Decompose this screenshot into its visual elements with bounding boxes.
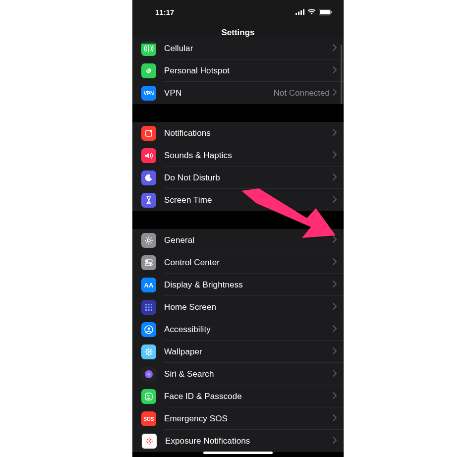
svg-point-56 (149, 438, 150, 439)
row-label: Home Screen (164, 302, 333, 312)
face-icon (141, 389, 156, 404)
row-label: Do Not Disturb (164, 173, 333, 183)
svg-point-22 (150, 263, 152, 265)
settings-row-notifications[interactable]: Notifications (132, 122, 344, 144)
settings-group: GeneralControl CenterAADisplay & Brightn… (132, 229, 344, 452)
row-label: Display & Brightness (164, 280, 333, 290)
settings-group: NotificationsSounds & HapticsDo Not Dist… (132, 122, 344, 211)
settings-row-controlcenter[interactable]: Control Center (132, 251, 344, 274)
battery-icon (319, 9, 333, 15)
scroll-indicator[interactable] (341, 45, 342, 104)
settings-row-faceid[interactable]: Face ID & Passcode (132, 385, 344, 407)
svg-point-9 (150, 130, 152, 132)
row-label: Exposure Notifications (165, 436, 333, 446)
svg-point-50 (150, 439, 152, 440)
row-label: Screen Time (164, 195, 333, 205)
chevron-right-icon (333, 196, 337, 205)
row-label: Cellular (164, 44, 333, 54)
settings-row-screentime[interactable]: Screen Time (132, 189, 344, 211)
chevron-right-icon (333, 66, 337, 75)
chevron-right-icon (333, 303, 337, 312)
chevron-right-icon (333, 414, 337, 423)
chevron-right-icon (333, 392, 337, 401)
vpn-icon: VPN (141, 86, 156, 101)
settings-row-accessibility[interactable]: Accessibility (132, 318, 344, 341)
settings-row-sos[interactable]: SOSEmergency SOS (132, 407, 344, 430)
settings-row-wallpaper[interactable]: Wallpaper (132, 341, 344, 363)
svg-rect-24 (145, 304, 147, 305)
svg-point-10 (147, 239, 150, 242)
row-label: Personal Hotspot (164, 66, 333, 76)
svg-point-49 (147, 439, 149, 440)
exposure-icon (141, 433, 157, 449)
svg-rect-27 (145, 306, 147, 308)
svg-point-42 (145, 352, 148, 355)
row-label: General (164, 235, 333, 245)
row-label: Emergency SOS (164, 414, 333, 424)
chevron-right-icon (333, 347, 337, 356)
chevron-right-icon (333, 129, 337, 138)
settings-row-display[interactable]: AADisplay & Brightness (132, 274, 344, 296)
chevron-right-icon (333, 325, 337, 334)
chevron-right-icon (333, 437, 337, 446)
page-title: Settings (221, 28, 254, 38)
row-label: Sounds & Haptics (164, 151, 333, 161)
chevron-right-icon (333, 44, 337, 53)
svg-line-17 (151, 237, 152, 238)
chevron-right-icon (333, 89, 337, 98)
svg-rect-26 (151, 304, 152, 305)
status-bar: 11:17 (132, 0, 344, 22)
home-indicator[interactable] (203, 452, 273, 454)
svg-rect-25 (148, 304, 149, 305)
chevron-right-icon (333, 370, 337, 379)
svg-point-46 (147, 395, 148, 396)
flower-icon (141, 344, 156, 359)
moon-icon (141, 171, 156, 185)
svg-line-16 (151, 242, 152, 243)
settings-list[interactable]: CellularPersonal HotspotVPNVPNNot Connec… (132, 37, 344, 457)
svg-rect-30 (145, 309, 147, 310)
settings-row-sounds[interactable]: Sounds & Haptics (132, 144, 344, 167)
aa-icon: AA (141, 278, 156, 292)
sos-icon: SOS (141, 411, 156, 426)
svg-point-52 (150, 442, 152, 443)
svg-rect-28 (148, 306, 149, 308)
svg-rect-3 (303, 9, 304, 15)
svg-point-39 (150, 351, 153, 352)
siri-icon (141, 367, 156, 382)
svg-point-36 (148, 347, 149, 350)
settings-row-homescreen[interactable]: Home Screen (132, 296, 344, 318)
svg-line-15 (146, 237, 147, 238)
hourglass-icon (141, 193, 156, 208)
settings-row-hotspot[interactable]: Personal Hotspot (132, 59, 344, 82)
chevron-right-icon (333, 151, 337, 160)
settings-row-dnd[interactable]: Do Not Disturb (132, 167, 344, 189)
svg-text:SOS: SOS (143, 416, 154, 422)
svg-point-20 (146, 260, 148, 262)
row-label: Notifications (164, 128, 333, 138)
row-label: Siri & Search (164, 369, 333, 379)
svg-point-41 (149, 348, 152, 351)
svg-point-37 (148, 353, 149, 355)
settings-row-vpn[interactable]: VPNVPNNot Connected (132, 82, 344, 104)
svg-point-43 (149, 352, 152, 355)
svg-point-57 (149, 444, 150, 445)
group-gap (132, 104, 344, 122)
status-time: 11:17 (143, 6, 174, 16)
settings-row-siri[interactable]: Siri & Search (132, 363, 344, 385)
wifi-icon (307, 9, 316, 15)
svg-text:AA: AA (144, 282, 154, 289)
chevron-right-icon (333, 173, 337, 182)
settings-row-general[interactable]: General (132, 229, 344, 251)
settings-row-exposure[interactable]: Exposure Notifications (132, 430, 344, 452)
svg-point-40 (145, 348, 148, 351)
svg-point-54 (146, 441, 147, 442)
speaker-icon (141, 148, 156, 163)
cellular-signal-icon (296, 9, 304, 15)
settings-group: CellularPersonal HotspotVPNVPNNot Connec… (132, 37, 344, 104)
svg-point-38 (145, 351, 147, 352)
svg-point-55 (152, 441, 153, 442)
person-icon (141, 322, 156, 337)
phone-frame: 11:17 (132, 0, 344, 457)
svg-rect-0 (296, 13, 297, 15)
